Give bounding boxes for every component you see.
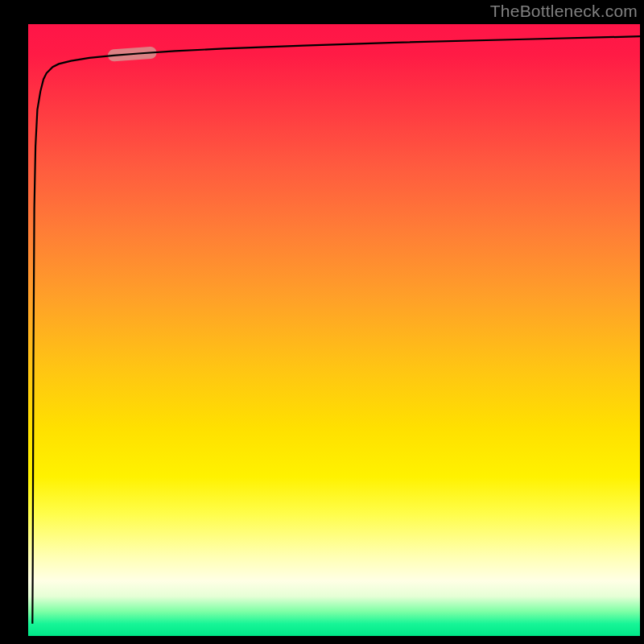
chart-frame: TheBottleneck.com bbox=[0, 0, 644, 644]
plot-area bbox=[28, 24, 640, 636]
plot-inner bbox=[28, 24, 640, 636]
watermark-text: TheBottleneck.com bbox=[490, 2, 638, 21]
curve-layer bbox=[28, 24, 640, 636]
bottleneck-curve bbox=[32, 36, 640, 624]
